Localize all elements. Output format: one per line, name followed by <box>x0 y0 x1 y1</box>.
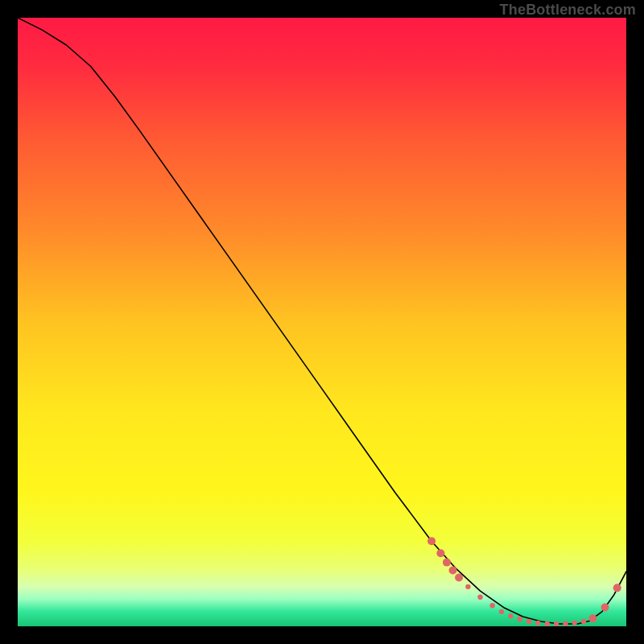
svg-point-3 <box>443 559 451 567</box>
svg-point-11 <box>518 617 522 621</box>
svg-point-10 <box>508 613 513 618</box>
svg-point-6 <box>465 584 470 589</box>
svg-point-17 <box>572 621 577 625</box>
svg-point-7 <box>477 595 482 600</box>
svg-point-14 <box>545 621 550 626</box>
svg-point-21 <box>613 584 621 592</box>
svg-point-18 <box>581 619 586 624</box>
svg-point-12 <box>526 619 531 624</box>
chart-frame: TheBottleneck.com <box>0 0 644 644</box>
watermark-text: TheBottleneck.com <box>500 2 636 19</box>
svg-point-5 <box>455 574 463 582</box>
svg-rect-0 <box>18 18 626 626</box>
plot-area <box>18 18 626 626</box>
svg-point-2 <box>436 549 444 557</box>
svg-point-8 <box>489 603 494 608</box>
chart-svg <box>18 18 626 626</box>
svg-point-9 <box>499 609 504 614</box>
svg-point-20 <box>601 604 609 612</box>
svg-point-15 <box>554 621 559 626</box>
svg-point-1 <box>427 537 436 545</box>
svg-point-13 <box>535 621 540 625</box>
svg-point-16 <box>563 621 568 626</box>
svg-point-4 <box>449 566 457 574</box>
svg-point-19 <box>588 614 597 622</box>
